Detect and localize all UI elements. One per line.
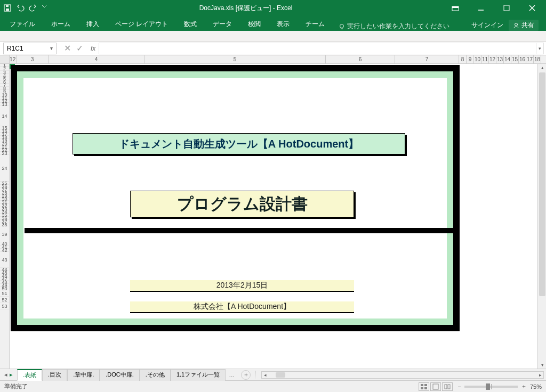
sheet-tab[interactable]: .章中扉. [67, 369, 100, 381]
column-header[interactable]: 2 [12, 55, 17, 63]
add-sheet-button[interactable]: ＋ [241, 370, 251, 380]
column-header[interactable]: 6 [326, 55, 395, 63]
row-header[interactable]: 52 [0, 297, 9, 303]
enter-icon[interactable]: ✓ [76, 43, 83, 53]
column-header[interactable]: 5 [144, 55, 326, 63]
vscroll-thumb[interactable] [539, 72, 545, 296]
redo-icon[interactable] [29, 4, 37, 12]
vertical-scrollbar[interactable]: ▴ ▾ [537, 64, 546, 369]
tab-view[interactable]: 表示 [275, 18, 292, 31]
row-header[interactable]: 24 [0, 155, 9, 182]
tab-data[interactable]: データ [211, 18, 234, 31]
svg-rect-16 [433, 384, 438, 389]
worksheet-area: 123456789101112131415161718 123456789101… [0, 55, 546, 380]
tell-me[interactable]: 実行したい作業を入力してください [339, 22, 449, 31]
tab-file[interactable]: ファイル [7, 18, 37, 31]
main-title-box: プログラム設計書 [130, 191, 354, 217]
name-box-value: R1C1 [7, 45, 23, 52]
tab-home[interactable]: ホーム [49, 18, 73, 31]
share-button[interactable]: 共有 [509, 20, 539, 31]
share-icon [513, 22, 519, 29]
close-icon[interactable] [521, 2, 543, 14]
svg-rect-2 [6, 5, 9, 7]
cover-page-frame: ドキュメント自動生成ツール【A HotDocument】 プログラム設計書 20… [11, 65, 460, 331]
save-icon[interactable] [3, 4, 12, 12]
svg-point-9 [340, 24, 344, 28]
column-header[interactable]: 14 [504, 55, 511, 63]
column-header[interactable]: 4 [49, 55, 144, 63]
column-headers: 123456789101112131415161718 [0, 55, 546, 64]
tab-team[interactable]: チーム [303, 18, 327, 31]
scroll-down-icon[interactable]: ▾ [539, 361, 546, 369]
splitter[interactable] [255, 371, 258, 379]
sheet-tab[interactable]: .DOC中扉. [100, 369, 140, 381]
zoom-value[interactable]: 75% [530, 383, 542, 390]
svg-rect-6 [504, 5, 509, 11]
sheet-canvas[interactable]: ドキュメント自動生成ツール【A HotDocument】 プログラム設計書 20… [10, 64, 537, 369]
window-controls [445, 2, 543, 14]
cancel-icon[interactable]: ✕ [64, 43, 71, 53]
select-all-corner[interactable] [0, 55, 10, 63]
formula-expand-icon[interactable]: ▾ [536, 43, 543, 54]
minimize-icon[interactable] [470, 2, 492, 14]
tab-formulas[interactable]: 数式 [182, 18, 199, 31]
column-header[interactable]: 11 [481, 55, 489, 63]
scroll-up-icon[interactable]: ▴ [539, 64, 546, 71]
page-layout-view-icon[interactable] [430, 382, 441, 391]
maximize-icon[interactable] [496, 2, 517, 14]
zoom-slider[interactable] [464, 386, 518, 388]
tab-review[interactable]: 校閲 [246, 18, 263, 31]
scroll-right-icon[interactable]: ▸ [537, 372, 543, 378]
svg-rect-4 [452, 6, 459, 8]
column-header[interactable]: 7 [395, 55, 459, 63]
normal-view-icon[interactable] [419, 382, 429, 391]
sheet-tab[interactable]: .表紙 [17, 369, 42, 381]
column-header[interactable]: 10 [474, 55, 481, 63]
row-header[interactable]: 39 [0, 226, 9, 242]
view-buttons [419, 382, 453, 391]
svg-rect-14 [421, 387, 423, 389]
tab-nav-prev-icon[interactable]: ◂ [4, 371, 7, 378]
zoom-in-button[interactable]: ＋ [521, 382, 527, 390]
row-header[interactable]: 14 [0, 106, 9, 126]
titlebar: DocJava.xls [保護ビュー] - Excel [0, 0, 546, 16]
column-header[interactable]: 12 [489, 55, 496, 63]
tab-insert[interactable]: 挿入 [84, 18, 101, 31]
fx-label[interactable]: fx [87, 45, 99, 52]
row-header[interactable]: 51 [0, 290, 9, 297]
row-header[interactable]: 43 [0, 252, 9, 268]
column-header[interactable]: 9 [467, 55, 474, 63]
column-header[interactable]: 18 [534, 55, 541, 63]
formula-input[interactable]: ▾ [99, 43, 544, 54]
name-box[interactable]: R1C1 ▾ [3, 43, 57, 54]
svg-point-11 [515, 23, 518, 26]
dropdown-icon[interactable]: ▾ [50, 45, 53, 51]
hscroll-thumb[interactable] [276, 372, 285, 378]
sheet-tabs-more[interactable]: … [226, 372, 238, 378]
tool-title-box: ドキュメント自動生成ツール【A HotDocument】 [73, 133, 405, 154]
sheet-tab[interactable]: 1.1ファイル一覧 [171, 369, 226, 381]
svg-rect-15 [424, 387, 427, 389]
sheet-tab[interactable]: .目次 [42, 369, 67, 381]
column-header[interactable]: 17 [526, 55, 534, 63]
signin-link[interactable]: サインイン [471, 21, 503, 30]
column-header[interactable]: 3 [17, 55, 49, 63]
ribbon-content-collapsed [0, 31, 546, 42]
column-header[interactable]: 16 [519, 55, 526, 63]
zoom-out-button[interactable]: − [458, 383, 461, 390]
page-break-view-icon[interactable] [442, 382, 453, 391]
sheet-tab[interactable]: .その他 [140, 369, 171, 381]
ribbon-display-icon[interactable] [445, 2, 466, 14]
horizontal-scrollbar[interactable]: ◂ ▸ [261, 371, 544, 379]
tab-pagelayout[interactable]: ページ レイアウト [113, 18, 170, 31]
column-header[interactable]: 15 [511, 55, 519, 63]
zoom-thumb[interactable] [486, 383, 490, 390]
svg-rect-12 [421, 384, 423, 386]
scroll-left-icon[interactable]: ◂ [262, 372, 268, 378]
tab-nav-next-icon[interactable]: ▸ [10, 371, 13, 378]
row-header[interactable]: 53 [0, 303, 9, 309]
column-header[interactable]: 13 [496, 55, 504, 63]
qat-dropdown-icon[interactable] [42, 4, 47, 12]
undo-icon[interactable] [16, 4, 25, 12]
column-header[interactable]: 8 [459, 55, 467, 63]
